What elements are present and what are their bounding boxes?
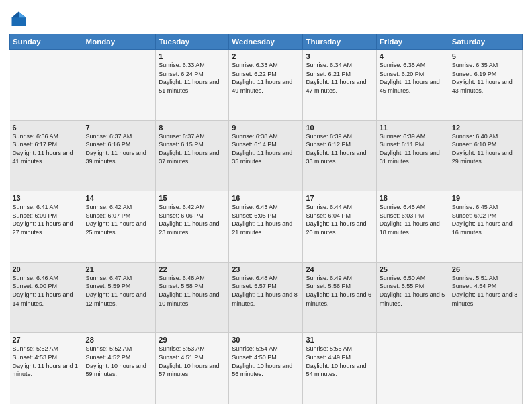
cell-info-text: Sunrise: 6:35 AM Sunset: 6:19 PM Dayligh… <box>452 61 519 95</box>
calendar-cell: 20Sunrise: 6:46 AM Sunset: 6:00 PM Dayli… <box>10 262 83 333</box>
svg-marker-1 <box>19 12 26 18</box>
cell-info-text: Sunrise: 6:41 AM Sunset: 6:09 PM Dayligh… <box>13 203 80 236</box>
header-day-tuesday: Tuesday <box>156 34 229 50</box>
cell-info-text: Sunrise: 6:49 AM Sunset: 5:56 PM Dayligh… <box>306 274 373 308</box>
cell-day-number: 28 <box>86 336 153 344</box>
calendar: SundayMondayTuesdayWednesdayThursdayFrid… <box>9 34 523 404</box>
cell-day-number: 7 <box>86 124 153 132</box>
calendar-cell: 26Sunrise: 5:51 AM Sunset: 4:54 PM Dayli… <box>449 262 522 333</box>
cell-info-text: Sunrise: 5:52 AM Sunset: 4:53 PM Dayligh… <box>13 345 80 378</box>
calendar-cell: 25Sunrise: 6:50 AM Sunset: 5:55 PM Dayli… <box>376 262 449 333</box>
cell-day-number: 9 <box>232 124 300 132</box>
cell-info-text: Sunrise: 6:44 AM Sunset: 6:04 PM Dayligh… <box>306 203 373 236</box>
cell-day-number: 27 <box>13 336 80 344</box>
calendar-cell: 1Sunrise: 6:33 AM Sunset: 6:24 PM Daylig… <box>156 50 229 121</box>
calendar-cell: 9Sunrise: 6:38 AM Sunset: 6:14 PM Daylig… <box>229 120 303 191</box>
cell-info-text: Sunrise: 6:37 AM Sunset: 6:16 PM Dayligh… <box>86 132 153 166</box>
calendar-cell: 5Sunrise: 6:35 AM Sunset: 6:19 PM Daylig… <box>449 50 522 121</box>
cell-info-text: Sunrise: 6:50 AM Sunset: 5:55 PM Dayligh… <box>380 274 446 308</box>
cell-day-number: 16 <box>232 194 300 202</box>
calendar-cell: 2Sunrise: 6:33 AM Sunset: 6:22 PM Daylig… <box>229 50 303 121</box>
calendar-cell: 12Sunrise: 6:40 AM Sunset: 6:10 PM Dayli… <box>449 120 522 191</box>
cell-day-number: 19 <box>452 194 519 202</box>
week-row-3: 13Sunrise: 6:41 AM Sunset: 6:09 PM Dayli… <box>10 191 523 263</box>
calendar-cell: 8Sunrise: 6:37 AM Sunset: 6:15 PM Daylig… <box>156 120 229 191</box>
cell-info-text: Sunrise: 6:33 AM Sunset: 6:22 PM Dayligh… <box>232 61 300 95</box>
svg-marker-2 <box>12 12 19 18</box>
cell-info-text: Sunrise: 5:55 AM Sunset: 4:49 PM Dayligh… <box>306 345 373 378</box>
cell-info-text: Sunrise: 6:37 AM Sunset: 6:15 PM Dayligh… <box>159 132 226 166</box>
calendar-cell: 18Sunrise: 6:45 AM Sunset: 6:03 PM Dayli… <box>376 191 449 263</box>
cell-day-number: 14 <box>86 194 153 202</box>
cell-day-number: 30 <box>232 336 300 344</box>
cell-info-text: Sunrise: 6:46 AM Sunset: 6:00 PM Dayligh… <box>13 274 80 308</box>
cell-day-number: 10 <box>306 124 373 132</box>
week-row-1: 1Sunrise: 6:33 AM Sunset: 6:24 PM Daylig… <box>10 50 523 121</box>
header-day-monday: Monday <box>83 34 156 50</box>
cell-day-number: 6 <box>13 124 80 132</box>
cell-day-number: 22 <box>159 265 226 273</box>
calendar-cell: 21Sunrise: 6:47 AM Sunset: 5:59 PM Dayli… <box>83 262 156 333</box>
cell-info-text: Sunrise: 6:47 AM Sunset: 5:59 PM Dayligh… <box>86 274 153 308</box>
cell-info-text: Sunrise: 6:39 AM Sunset: 6:12 PM Dayligh… <box>306 132 373 166</box>
cell-day-number: 26 <box>452 265 519 273</box>
cell-day-number: 11 <box>380 124 446 132</box>
cell-info-text: Sunrise: 6:36 AM Sunset: 6:17 PM Dayligh… <box>13 132 80 166</box>
calendar-cell: 7Sunrise: 6:37 AM Sunset: 6:16 PM Daylig… <box>83 120 156 191</box>
cell-day-number: 8 <box>159 124 226 132</box>
cell-day-number: 3 <box>306 52 373 60</box>
header-day-wednesday: Wednesday <box>229 34 303 50</box>
calendar-body: 1Sunrise: 6:33 AM Sunset: 6:24 PM Daylig… <box>10 50 523 404</box>
week-row-2: 6Sunrise: 6:36 AM Sunset: 6:17 PM Daylig… <box>10 120 523 191</box>
cell-day-number: 1 <box>159 52 226 60</box>
cell-day-number: 12 <box>452 124 519 132</box>
calendar-cell: 4Sunrise: 6:35 AM Sunset: 6:20 PM Daylig… <box>376 50 449 121</box>
cell-day-number: 5 <box>452 52 519 60</box>
header-day-sunday: Sunday <box>10 34 83 50</box>
cell-info-text: Sunrise: 6:45 AM Sunset: 6:03 PM Dayligh… <box>380 203 446 236</box>
calendar-cell: 29Sunrise: 5:53 AM Sunset: 4:51 PM Dayli… <box>156 333 229 404</box>
calendar-cell: 3Sunrise: 6:34 AM Sunset: 6:21 PM Daylig… <box>303 50 376 121</box>
cell-info-text: Sunrise: 6:39 AM Sunset: 6:11 PM Dayligh… <box>380 132 446 166</box>
cell-info-text: Sunrise: 5:51 AM Sunset: 4:54 PM Dayligh… <box>452 274 519 308</box>
calendar-cell: 24Sunrise: 6:49 AM Sunset: 5:56 PM Dayli… <box>303 262 376 333</box>
cell-day-number: 21 <box>86 265 153 273</box>
cell-info-text: Sunrise: 5:53 AM Sunset: 4:51 PM Dayligh… <box>159 345 226 378</box>
cell-day-number: 2 <box>232 52 300 60</box>
calendar-cell: 17Sunrise: 6:44 AM Sunset: 6:04 PM Dayli… <box>303 191 376 263</box>
cell-info-text: Sunrise: 6:42 AM Sunset: 6:06 PM Dayligh… <box>159 203 226 236</box>
header-day-friday: Friday <box>376 34 449 50</box>
cell-day-number: 31 <box>306 336 373 344</box>
cell-day-number: 23 <box>232 265 300 273</box>
cell-info-text: Sunrise: 6:34 AM Sunset: 6:21 PM Dayligh… <box>306 61 373 95</box>
header <box>9 7 523 28</box>
cell-info-text: Sunrise: 6:33 AM Sunset: 6:24 PM Dayligh… <box>159 61 226 95</box>
calendar-cell: 28Sunrise: 5:52 AM Sunset: 4:52 PM Dayli… <box>83 333 156 404</box>
calendar-cell: 15Sunrise: 6:42 AM Sunset: 6:06 PM Dayli… <box>156 191 229 263</box>
calendar-cell <box>10 50 83 121</box>
cell-info-text: Sunrise: 6:43 AM Sunset: 6:05 PM Dayligh… <box>232 203 300 236</box>
calendar-cell: 16Sunrise: 6:43 AM Sunset: 6:05 PM Dayli… <box>229 191 303 263</box>
calendar-cell: 31Sunrise: 5:55 AM Sunset: 4:49 PM Dayli… <box>303 333 376 404</box>
calendar-cell: 27Sunrise: 5:52 AM Sunset: 4:53 PM Dayli… <box>10 333 83 404</box>
cell-day-number: 13 <box>13 194 80 202</box>
logo <box>9 9 30 28</box>
cell-info-text: Sunrise: 6:40 AM Sunset: 6:10 PM Dayligh… <box>452 132 519 166</box>
calendar-cell: 6Sunrise: 6:36 AM Sunset: 6:17 PM Daylig… <box>10 120 83 191</box>
cell-day-number: 20 <box>13 265 80 273</box>
calendar-cell: 11Sunrise: 6:39 AM Sunset: 6:11 PM Dayli… <box>376 120 449 191</box>
header-day-thursday: Thursday <box>303 34 376 50</box>
cell-info-text: Sunrise: 6:48 AM Sunset: 5:57 PM Dayligh… <box>232 274 300 308</box>
cell-day-number: 18 <box>380 194 446 202</box>
cell-day-number: 17 <box>306 194 373 202</box>
calendar-header: SundayMondayTuesdayWednesdayThursdayFrid… <box>10 34 523 50</box>
calendar-cell: 13Sunrise: 6:41 AM Sunset: 6:09 PM Dayli… <box>10 191 83 263</box>
week-row-5: 27Sunrise: 5:52 AM Sunset: 4:53 PM Dayli… <box>10 333 523 404</box>
cell-info-text: Sunrise: 5:52 AM Sunset: 4:52 PM Dayligh… <box>86 345 153 378</box>
logo-icon <box>9 9 28 28</box>
cell-info-text: Sunrise: 6:45 AM Sunset: 6:02 PM Dayligh… <box>452 203 519 236</box>
calendar-cell: 14Sunrise: 6:42 AM Sunset: 6:07 PM Dayli… <box>83 191 156 263</box>
cell-info-text: Sunrise: 6:38 AM Sunset: 6:14 PM Dayligh… <box>232 132 300 166</box>
calendar-cell <box>449 333 522 404</box>
calendar-cell: 23Sunrise: 6:48 AM Sunset: 5:57 PM Dayli… <box>229 262 303 333</box>
